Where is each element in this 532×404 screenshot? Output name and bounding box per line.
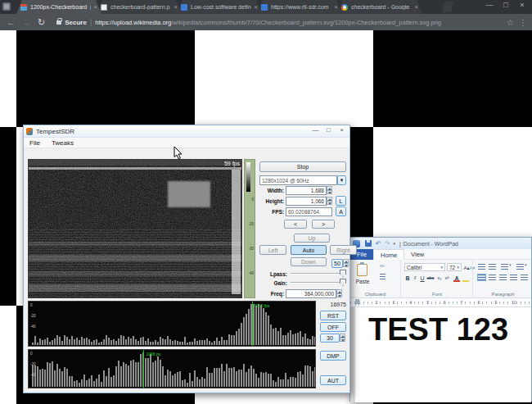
highlight-button[interactable] [462, 274, 470, 282]
gain-slider-knob[interactable] [340, 279, 346, 286]
new-tab-button[interactable] [442, 2, 453, 12]
fps-decrease-button[interactable]: < [284, 220, 307, 229]
back-icon[interactable]: ← [7, 17, 16, 27]
reload-icon[interactable]: ↻ [38, 17, 45, 28]
paragraph-dialog-icon[interactable] [521, 275, 528, 280]
redo-icon[interactable]: ↷ [385, 240, 390, 247]
decrease-indent-icon[interactable] [478, 264, 485, 270]
lock-icon [56, 20, 61, 25]
tab-title: checkerboard - Google [351, 4, 412, 10]
increase-indent-icon[interactable] [489, 264, 496, 270]
tsdr-maximize-button[interactable]: □ [322, 126, 335, 134]
tab-close-icon[interactable]: × [334, 3, 338, 11]
superscript-button[interactable]: x² [443, 274, 451, 282]
resolution-dropdown-caret[interactable]: ▾ [337, 175, 346, 185]
document-area[interactable]: TEST 123 [350, 307, 531, 402]
tab-close-icon[interactable]: × [254, 3, 258, 11]
lpass-label: Lpass: [259, 271, 287, 277]
menu-file[interactable]: File [24, 139, 46, 147]
snr-spinner[interactable]: 30 [320, 334, 340, 343]
browser-tab[interactable]: 1200px-Checkerboard_p× [16, 0, 101, 14]
shift-up-button[interactable]: Up [294, 234, 330, 243]
lpass-slider[interactable] [291, 270, 346, 277]
dump-button[interactable]: DMP [320, 351, 346, 361]
auto-fps-button[interactable]: A [336, 207, 346, 216]
browser-maximize-button[interactable]: □ [499, 1, 512, 9]
gain-slider[interactable] [291, 279, 346, 286]
width-spinner[interactable] [327, 186, 332, 194]
autocorrelation-plot-height[interactable]: 1066 px 0-20-40 [28, 349, 316, 388]
height-field[interactable]: 1,066 [286, 197, 327, 206]
tsdr-close-button[interactable]: × [336, 126, 348, 134]
shift-down-button[interactable]: Down [291, 257, 327, 266]
align-left-icon[interactable] [478, 275, 485, 280]
spectrum-bars [32, 351, 314, 387]
gradient-bar [246, 162, 250, 192]
paste-icon[interactable] [357, 264, 367, 276]
tsdr-minimize-button[interactable]: — [309, 126, 322, 134]
resolution-dropdown[interactable]: 1280x1024 @ 60Hz [259, 175, 337, 185]
browser-tab[interactable]: checkerboard-pattern.p× [97, 0, 182, 14]
auto-position-button[interactable]: Auto [291, 245, 327, 255]
stop-button[interactable]: Stop [259, 161, 346, 172]
reset-button[interactable]: RST [320, 311, 346, 320]
browser-menu-icon[interactable]: ⋮ [519, 18, 527, 27]
save-icon[interactable] [365, 240, 372, 247]
paste-button[interactable]: Paste [352, 279, 373, 284]
quick-access-caret-icon[interactable]: ▾ [393, 241, 395, 246]
browser-tab[interactable]: checkerboard - Google× [337, 0, 422, 14]
lowpass-button[interactable]: L [336, 196, 346, 206]
forward-icon[interactable]: → [22, 17, 31, 27]
shift-right-button[interactable]: Right [330, 245, 357, 255]
fps-field[interactable]: 60.02088764 [286, 207, 332, 216]
align-center-icon[interactable] [489, 275, 496, 280]
copy-icon[interactable] [380, 274, 385, 279]
tab-close-icon[interactable]: × [174, 3, 178, 11]
freq-spinner[interactable] [336, 289, 342, 297]
height-spinner[interactable] [327, 197, 332, 205]
wordpad-tab-row: File Home View [350, 249, 531, 260]
undo-icon[interactable]: ↶ [376, 240, 381, 247]
averaging-spinner[interactable]: 50 [331, 259, 343, 268]
plot-axis-tick: -40 [30, 325, 36, 329]
cut-icon[interactable]: ✂ [380, 263, 385, 270]
bookmark-star-icon[interactable]: ☆ [507, 18, 514, 27]
ruler[interactable]: 12345678910 [350, 298, 531, 307]
lpass-slider-knob[interactable] [340, 270, 346, 277]
tab-view[interactable]: View [404, 249, 431, 260]
url-domain[interactable]: https://upload.wikimedia.org [95, 19, 171, 26]
tab-close-icon[interactable]: × [414, 3, 418, 11]
shift-left-button[interactable]: Left [259, 245, 286, 255]
tempestsdr-title-bar[interactable]: TempestSDR — □ × [24, 125, 349, 138]
width-field[interactable]: 1,688 [286, 186, 327, 195]
autocorrelation-plot-fps[interactable]: 60.0 fps 0-20-40 [28, 301, 316, 347]
justify-icon[interactable] [510, 275, 517, 280]
menu-tweaks[interactable]: Tweaks [46, 139, 79, 147]
fps-increase-button[interactable]: > [312, 220, 335, 229]
tab-close-icon[interactable]: × [93, 3, 97, 11]
list-icon[interactable] [501, 264, 508, 270]
font-name-combo[interactable]: Calibri▾ [404, 263, 445, 271]
tab-home[interactable]: Home [373, 249, 404, 260]
url-path[interactable]: /wikipedia/commons/thumb/7/70/Checkerboa… [171, 19, 441, 26]
averaging-spinner-arrows[interactable] [343, 259, 349, 267]
browser-tab[interactable]: Low-cost software defin× [177, 0, 262, 14]
chevron-down-icon[interactable]: ▾ [525, 262, 527, 267]
underline-button[interactable]: U [418, 274, 426, 282]
off-button[interactable]: OFF [320, 322, 346, 332]
snr-spinner-arrows[interactable] [340, 334, 345, 342]
font-color-button[interactable]: A [453, 274, 461, 282]
wordpad-title-bar[interactable]: ↶ ↷ ▾ | Document - WordPad [350, 238, 531, 249]
aut-button[interactable]: AUT [320, 375, 346, 385]
line-spacing-icon[interactable] [516, 264, 524, 270]
align-right-icon[interactable] [499, 275, 507, 280]
freq-field[interactable]: 364,000,000 [286, 289, 336, 298]
captured-video-display[interactable]: 59 fps [28, 159, 242, 298]
browser-tab[interactable]: https://www.rtl-sdr.com× [257, 0, 342, 14]
browser-minimize-button[interactable]: — [483, 1, 496, 9]
tempestsdr-window: TempestSDR — □ × FileTweaks 59 fps [23, 125, 350, 393]
strikethrough-button[interactable]: abc [426, 274, 435, 282]
font-size-combo[interactable]: 72▾ [447, 263, 462, 271]
chevron-down-icon[interactable]: ▾ [509, 262, 512, 267]
browser-close-button[interactable]: × [516, 1, 529, 9]
